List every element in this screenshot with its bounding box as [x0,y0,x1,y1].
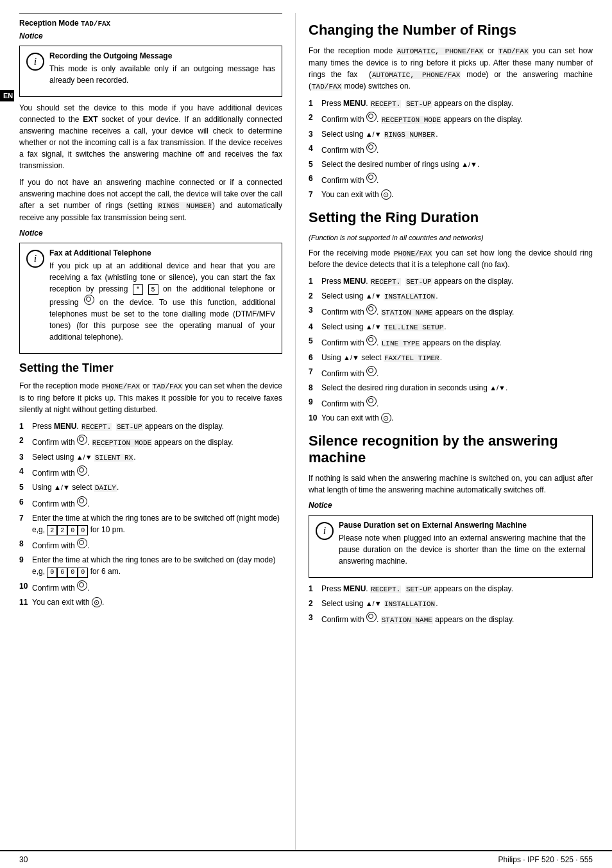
timer-step-5: 5 Using ▲/▼ select DAILY. [19,482,282,494]
notice-content-3: Pause Duration set on External Answering… [339,521,586,572]
reception-mode-body2: If you do not have an answering machine … [19,177,282,223]
timer-step-8: 8 Confirm with . [19,538,282,551]
rd-step-10: 10 You can exit with ⊙. [309,412,593,424]
footer-bar: 30 Philips · IPF 520 · 525 · 555 [0,850,612,868]
page-number: 30 [19,855,28,864]
timer-step-9: 9 Enter the time at which the ring tones… [19,554,282,578]
ring-duration-subtitle: (Function is not supported in all countr… [309,232,593,243]
notice-title-2: Fax at Additional Telephone [49,248,275,257]
ring-duration-body: For the receiving mode PHONE/FAX you can… [309,247,593,271]
changing-rings-title: Changing the Number of Rings [309,22,593,39]
language-label: EN [0,90,14,101]
setting-timer-title: Setting the Timer [19,361,282,375]
rings-step-2: 2 Confirm with . RECEPTION MODE appears … [309,112,593,126]
timer-step-11: 11 You can exit with ⊙. [19,596,282,608]
rings-step-4: 4 Confirm with . [309,143,593,156]
notice-body-2: If you pick up at an additional device a… [49,260,275,343]
silence-recognition-body: If nothing is said when the answering ma… [309,473,593,496]
notice-label-2: Notice [19,229,282,238]
content-area: EN Reception Mode TAD/FAX Notice i Recor… [0,0,612,850]
notice-body-1: This mode is only available only if an o… [49,63,275,86]
notice-content-2: Fax at Additional Telephone If you pick … [49,248,275,349]
timer-step-10: 10 Confirm with . [19,580,282,594]
ring-duration-title: Setting the Ring Duration [309,209,593,226]
reception-mode-section: Reception Mode TAD/FAX [19,13,282,28]
rings-step-1: 1 Press MENU. RECEPT. SET-UP appears on … [309,98,593,110]
sr-step-3: 3 Confirm with . STATION NAME appears on… [309,612,593,626]
timer-step-2: 2 Confirm with . RECEPTION MODE appears … [19,435,282,449]
silence-recognition-title: Silence recognition by the answering mac… [309,433,593,466]
timer-step-6: 6 Confirm with . [19,496,282,510]
silence-steps-list: 1 Press MENU. RECEPT. SET-UP appears on … [309,583,593,626]
notice-title-3: Pause Duration set on External Answering… [339,521,586,530]
rings-step-7: 7 You can exit with ⊙. [309,189,593,200]
notice-title-1: Recording the Outgoing Message [49,51,275,60]
rd-step-3: 3 Confirm with . STATION NAME appears on… [309,304,593,318]
notice-box-1: i Recording the Outgoing Message This mo… [19,46,282,97]
rd-step-2: 2 Select using ▲/▼ INSTALLATION. [309,290,593,302]
rings-step-6: 6 Confirm with . [309,173,593,186]
right-column: Changing the Number of Rings For the rec… [295,13,612,850]
timer-step-1: 1 Press MENU. RECEPT. SET-UP appears on … [19,421,282,433]
timer-step-3: 3 Select using ▲/▼ SILENT RX. [19,451,282,464]
sr-step-2: 2 Select using ▲/▼ INSTALLATION. [309,598,593,610]
notice-label-1: Notice [19,31,282,40]
info-icon-3: i [316,522,334,540]
rings-steps-list: 1 Press MENU. RECEPT. SET-UP appears on … [309,98,593,201]
reception-mode-body1: You should set the device to this mode i… [19,102,282,171]
rd-step-4: 4 Select using ▲/▼ TEL.LINE SETUP. [309,321,593,333]
sr-step-1: 1 Press MENU. RECEPT. SET-UP appears on … [309,583,593,595]
ring-duration-steps-list: 1 Press MENU. RECEPT. SET-UP appears on … [309,275,593,424]
rd-step-7: 7 Confirm with . [309,366,593,379]
changing-rings-body: For the reception mode AUTOMATIC, PHONE/… [309,45,593,92]
notice-box-3: i Pause Duration set on External Answeri… [309,515,593,578]
notice-content-1: Recording the Outgoing Message This mode… [49,51,275,91]
notice-body-3: Please note when plugged into an externa… [339,532,586,567]
timer-step-4: 4 Confirm with . [19,465,282,479]
left-column: EN Reception Mode TAD/FAX Notice i Recor… [0,13,295,850]
reception-mode-title: Reception Mode TAD/FAX [19,19,282,28]
rings-step-5: 5 Select the desired number of rings usi… [309,159,593,170]
rd-step-1: 1 Press MENU. RECEPT. SET-UP appears on … [309,275,593,288]
rings-step-3: 3 Select using ▲/▼ RINGS NUMBER. [309,128,593,141]
rd-step-6: 6 Using ▲/▼ select FAX/TEL TIMER. [309,352,593,364]
brand-name: Philips · IPF 520 · 525 · 555 [498,855,593,864]
notice-box-2: i Fax at Additional Telephone If you pic… [19,243,282,354]
rd-step-8: 8 Select the desired ring duration in se… [309,382,593,394]
notice-label-3: Notice [309,501,593,510]
info-icon-2: i [26,250,44,268]
rd-step-9: 9 Confirm with . [309,396,593,410]
timer-step-7: 7 Enter the time at which the ring tones… [19,512,282,536]
timer-steps-list: 1 Press MENU. RECEPT. SET-UP appears on … [19,421,282,608]
info-icon-1: i [26,53,44,71]
page: EN Reception Mode TAD/FAX Notice i Recor… [0,0,612,868]
rd-step-5: 5 Confirm with . LINE TYPE appears on th… [309,335,593,349]
setting-timer-body: For the reception mode PHONE/FAX or TAD/… [19,380,282,415]
